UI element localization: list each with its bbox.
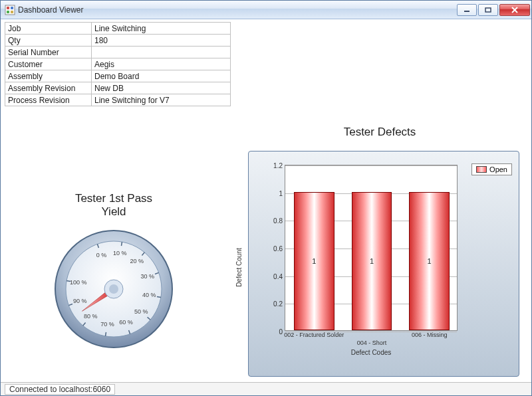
svg-rect-2 xyxy=(11,7,13,9)
close-button[interactable] xyxy=(499,4,530,16)
svg-line-19 xyxy=(157,296,161,297)
y-tick: 0.4 xyxy=(273,272,283,280)
info-label: Customer xyxy=(5,58,92,70)
table-row: AssemblyDemo Board xyxy=(5,70,231,82)
svg-text:10 %: 10 % xyxy=(113,250,127,256)
table-row: CustomerAegis xyxy=(5,58,231,70)
svg-rect-3 xyxy=(7,11,9,13)
chart-plot-area: Defect Codes 00.20.40.60.811.21002 - Fra… xyxy=(285,165,458,331)
client-area: JobLine SwitchingQty180Serial NumberCust… xyxy=(1,19,531,382)
app-window: Dashboard Viewer JobLine SwitchingQty180… xyxy=(0,0,532,396)
svg-text:90 %: 90 % xyxy=(73,298,87,304)
app-icon xyxy=(5,5,15,15)
status-bar: Connected to localhost:6060 xyxy=(1,382,531,395)
info-label: Assembly Revision xyxy=(5,82,92,94)
table-row: Assembly RevisionNew DB xyxy=(5,82,231,94)
svg-text:0 %: 0 % xyxy=(96,252,107,258)
info-value: Aegis xyxy=(92,58,231,70)
svg-point-35 xyxy=(109,284,118,294)
x-tick: 004 - Short xyxy=(357,340,387,346)
x-tick: 006 - Missing xyxy=(412,332,448,338)
info-label: Qty xyxy=(5,35,92,47)
info-value: Demo Board xyxy=(92,70,231,82)
info-label: Assembly xyxy=(5,70,92,82)
y-tick: 0.2 xyxy=(273,300,283,308)
x-tick: 002 - Fractured Solder xyxy=(284,332,344,338)
table-row: Serial Number xyxy=(5,47,231,58)
table-row: Qty180 xyxy=(5,35,231,47)
info-label: Process Revision xyxy=(5,94,92,106)
gauge-title: Tester 1st Pass Yield xyxy=(27,192,200,219)
bar-value-label: 1 xyxy=(409,257,450,265)
gridline xyxy=(285,165,457,166)
info-label: Serial Number xyxy=(5,47,92,58)
bar-value-label: 1 xyxy=(352,257,392,265)
info-value: Line Switching for V7 xyxy=(92,94,231,106)
y-tick: 0 xyxy=(279,328,283,336)
svg-text:40 %: 40 % xyxy=(142,292,156,298)
info-value: 180 xyxy=(92,35,231,47)
table-row: Process RevisionLine Switching for V7 xyxy=(5,94,231,106)
svg-rect-4 xyxy=(11,11,13,13)
chart-legend: Open xyxy=(471,163,512,175)
x-axis-label: Defect Codes xyxy=(285,349,457,356)
chart-title: Tester Defects xyxy=(247,126,513,139)
bar-value-label: 1 xyxy=(294,257,334,265)
window-title: Dashboard Viewer xyxy=(18,5,457,15)
svg-text:50 %: 50 % xyxy=(134,308,148,315)
y-tick: 0.6 xyxy=(273,245,283,252)
titlebar[interactable]: Dashboard Viewer xyxy=(1,1,531,19)
y-tick: 0.8 xyxy=(273,217,283,225)
table-row: JobLine Switching xyxy=(5,23,231,35)
svg-text:100 %: 100 % xyxy=(70,279,87,286)
svg-line-13 xyxy=(121,242,122,246)
info-value: Line Switching xyxy=(92,23,231,35)
info-label: Job xyxy=(5,23,92,35)
info-table: JobLine SwitchingQty180Serial NumberCust… xyxy=(5,22,231,106)
svg-text:80 %: 80 % xyxy=(84,313,98,320)
svg-rect-6 xyxy=(485,8,491,12)
info-value xyxy=(92,47,231,58)
connection-status: Connected to localhost:6060 xyxy=(5,384,115,395)
y-tick: 1.2 xyxy=(273,162,283,169)
svg-text:20 %: 20 % xyxy=(130,258,144,264)
legend-swatch-icon xyxy=(476,166,487,173)
legend-label: Open xyxy=(489,165,507,173)
info-value: New DB xyxy=(92,82,231,94)
svg-line-25 xyxy=(105,332,106,336)
minimize-button[interactable] xyxy=(457,4,477,16)
y-axis-label: Defect Count xyxy=(235,248,243,286)
maximize-button[interactable] xyxy=(478,4,498,16)
svg-text:70 %: 70 % xyxy=(100,321,114,328)
svg-text:60 %: 60 % xyxy=(119,319,133,326)
svg-rect-1 xyxy=(7,7,9,9)
window-controls xyxy=(457,4,530,16)
chart-panel: Open Defect Count Defect Codes 00.20.40.… xyxy=(248,151,519,377)
gauge-icon: 0 %10 %20 %30 %40 %50 %60 %70 %80 %90 %1… xyxy=(47,223,180,355)
y-tick: 1 xyxy=(279,189,283,197)
svg-text:30 %: 30 % xyxy=(140,273,154,280)
gauge-panel: Tester 1st Pass Yield xyxy=(27,192,200,358)
